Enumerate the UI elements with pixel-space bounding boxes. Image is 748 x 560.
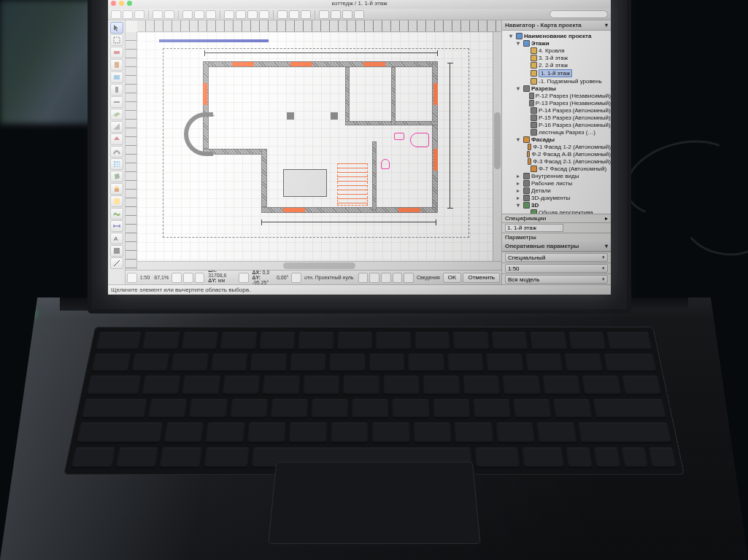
snap-button[interactable]: [404, 273, 414, 283]
svg-marker-9: [115, 174, 120, 179]
marquee-tool[interactable]: [110, 34, 123, 46]
altitude-label: отн. Проектный нуль: [303, 275, 355, 280]
status-hint: Щелкните элемент или вычертите область в…: [111, 287, 250, 293]
scale-combo[interactable]: 1:50: [508, 265, 520, 272]
quick-options-header[interactable]: Оперативные параметры: [505, 243, 579, 249]
elevations-group: Фасады: [531, 136, 555, 143]
coord-button[interactable]: [195, 273, 205, 283]
beam-tool[interactable]: [110, 96, 123, 108]
svg-rect-4: [115, 87, 118, 93]
scale-readout[interactable]: 1:50: [139, 275, 152, 280]
navigator-header[interactable]: Навигатор - Карта проекта▾: [502, 20, 611, 31]
project-tree[interactable]: ▾Наименование проекта ▾Этажи 4. Кровля 3…: [502, 31, 611, 214]
toolbar-button[interactable]: [342, 10, 352, 19]
svg-rect-2: [115, 62, 119, 68]
main-toolbar: [108, 9, 611, 20]
panel-menu-icon[interactable]: ▾: [605, 22, 608, 28]
toolbar-button[interactable]: [289, 10, 299, 19]
elevation-item: Ф-7 Фасад (Автономный): [539, 166, 606, 172]
floorplan-viewport[interactable]: [126, 20, 501, 270]
coord-button[interactable]: [291, 273, 301, 283]
snap-button[interactable]: [358, 273, 369, 283]
cancel-button[interactable]: Отменить: [463, 273, 500, 283]
redo-button[interactable]: [164, 10, 174, 19]
text-tool[interactable]: A: [110, 233, 123, 244]
navigator-panel: Навигатор - Карта проекта▾ ▾Наименование…: [501, 20, 611, 284]
morph-tool[interactable]: [110, 171, 123, 182]
zoom-readout[interactable]: 87,1%: [153, 275, 170, 280]
wall-tool[interactable]: [110, 47, 123, 58]
fill-tool[interactable]: [110, 245, 123, 257]
archicad-app: коттедж / 1. 1-й этаж: [108, 0, 611, 295]
toolbar-button[interactable]: [224, 10, 234, 19]
dimension-tool[interactable]: [110, 220, 123, 232]
panel-toggle-icon[interactable]: ▾: [605, 243, 608, 249]
mesh-tool[interactable]: [110, 208, 123, 219]
scrollbar-horizontal[interactable]: [137, 261, 501, 270]
elevation-item: Ф-3 Фасад 2-1 (Автономный): [533, 158, 611, 165]
window-titlebar[interactable]: коттедж / 1. 1-й этаж: [108, 0, 611, 9]
search-input[interactable]: [550, 10, 608, 18]
arrow-tool[interactable]: [110, 22, 123, 34]
cut-button[interactable]: [182, 10, 193, 19]
trackpad[interactable]: [268, 462, 480, 544]
snap-button[interactable]: [369, 273, 379, 283]
toolbar-button[interactable]: [319, 10, 329, 19]
panel-toggle-icon[interactable]: ▸: [605, 215, 608, 222]
snap-button[interactable]: [393, 273, 403, 283]
section-item: Р-12 Разрез (Независимый): [536, 93, 611, 99]
laptop-lid: Перейти ▾ ▮▯ Пт, 1 июня 11:23 коттедж / …: [88, 0, 631, 314]
section-item: Р-14 Разрез (Автономный): [539, 107, 611, 114]
model-combo[interactable]: Вся модель: [508, 276, 539, 283]
save-button[interactable]: [134, 10, 144, 19]
angle-xy: ΔX: 0,0 ΔY: -95,25°: [250, 270, 274, 284]
svg-rect-5: [114, 101, 120, 103]
coord-button[interactable]: [183, 273, 193, 283]
snap-button[interactable]: [381, 273, 391, 283]
zone-tool[interactable]: [110, 195, 123, 207]
view-button[interactable]: [127, 273, 137, 283]
ok-button[interactable]: OK: [443, 273, 462, 283]
sections-group: Разрезы: [531, 85, 556, 92]
story-item: 2. 2-й этаж: [539, 62, 568, 69]
elevation-item: Ф-1 Фасад 1-2 (Автономный): [533, 144, 611, 150]
toolbar-button[interactable]: [247, 10, 258, 19]
shell-tool[interactable]: [110, 146, 123, 158]
line-tool[interactable]: [110, 257, 123, 269]
stories-group: Этажи: [531, 40, 550, 47]
svg-rect-12: [114, 198, 120, 204]
window-tool[interactable]: [110, 71, 123, 83]
coord-button[interactable]: [171, 273, 182, 283]
toolbar-button[interactable]: [236, 10, 246, 19]
copy-button[interactable]: [194, 10, 204, 19]
open-button[interactable]: [123, 10, 133, 19]
new-button[interactable]: [111, 10, 121, 19]
ruler-vertical: [126, 32, 137, 270]
interior-views-group: Внутренние виды: [531, 173, 579, 179]
story-item: -1. Подземный уровень: [539, 78, 602, 85]
toolbar-button[interactable]: [301, 10, 311, 19]
curtainwall-tool[interactable]: [110, 158, 123, 170]
door-tool[interactable]: [110, 59, 123, 71]
info-label: Сведения: [415, 275, 442, 280]
undo-button[interactable]: [153, 10, 163, 19]
keyboard[interactable]: [63, 327, 685, 475]
toolbar-button[interactable]: [277, 10, 288, 19]
coord-button[interactable]: [239, 273, 249, 283]
svg-rect-8: [114, 161, 120, 167]
slab-tool[interactable]: [110, 109, 123, 120]
paste-button[interactable]: [206, 10, 216, 19]
object-tool[interactable]: [110, 183, 123, 195]
toolbar-button[interactable]: [331, 10, 341, 19]
roof-tool[interactable]: [110, 133, 123, 145]
params-button[interactable]: Параметры: [505, 234, 536, 241]
toolbar-button[interactable]: [354, 10, 364, 19]
layer-combo[interactable]: Специальный: [508, 254, 546, 261]
worksheets-group: Рабочие листы: [531, 180, 572, 187]
stair-tool[interactable]: [110, 121, 123, 133]
toolbar-button[interactable]: [259, 10, 269, 19]
column-tool[interactable]: [110, 84, 123, 96]
drawing-canvas[interactable]: [137, 32, 493, 261]
spec-story-field[interactable]: [505, 224, 563, 232]
scrollbar-vertical[interactable]: [493, 32, 501, 261]
